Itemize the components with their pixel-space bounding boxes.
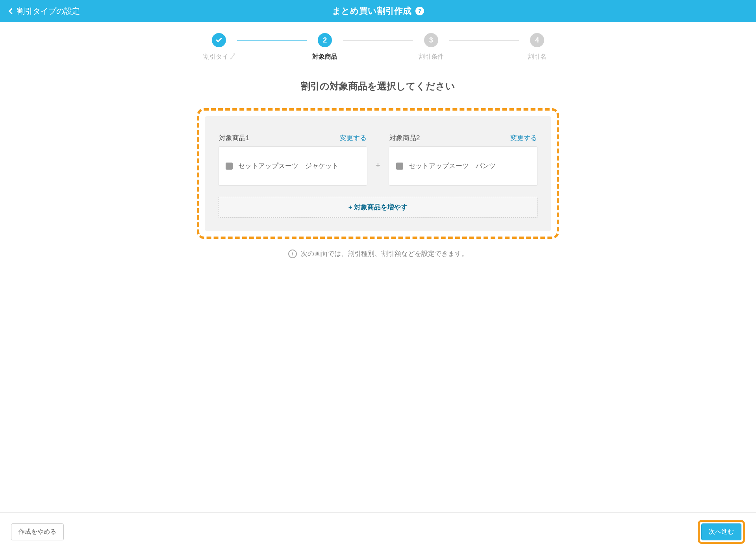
product-card-1[interactable]: セットアップスーツ ジャケット bbox=[218, 146, 367, 186]
step-4-label: 割引名 bbox=[528, 53, 547, 61]
chevron-left-icon bbox=[9, 8, 15, 14]
plus-separator: + bbox=[374, 160, 382, 170]
info-icon: i bbox=[288, 250, 297, 258]
step-2: 2 対象商品 bbox=[307, 33, 343, 61]
product-2-name: セットアップスーツ パンツ bbox=[409, 161, 496, 171]
step-3-circle: 3 bbox=[424, 33, 438, 47]
step-2-circle: 2 bbox=[318, 33, 332, 47]
main-content: 割引タイプ 2 対象商品 3 割引条件 4 割引名 割引の対象商品を選択してくだ… bbox=[0, 22, 756, 512]
app-header: 割引タイプの設定 まとめ買い割引作成 ? bbox=[0, 0, 756, 22]
section-heading: 割引の対象商品を選択してください bbox=[301, 80, 455, 92]
step-1-label: 割引タイプ bbox=[203, 53, 235, 61]
product-thumb-icon bbox=[226, 163, 233, 170]
step-3: 3 割引条件 bbox=[413, 33, 449, 61]
next-button-highlight: 次へ進む bbox=[698, 520, 745, 544]
next-button[interactable]: 次へ進む bbox=[701, 523, 741, 540]
product-slot-2-label: 対象商品2 bbox=[389, 133, 420, 142]
product-slot-1-head: 対象商品1 変更する bbox=[218, 133, 367, 142]
footer-bar: 作成をやめる 次へ進む bbox=[0, 512, 756, 551]
product-slot-2-head: 対象商品2 変更する bbox=[389, 133, 538, 142]
cancel-button[interactable]: 作成をやめる bbox=[11, 523, 64, 540]
back-button[interactable]: 割引タイプの設定 bbox=[9, 6, 80, 17]
info-text: 次の画面では、割引種別、割引額などを設定できます。 bbox=[301, 249, 468, 258]
product-1-name: セットアップスーツ ジャケット bbox=[238, 161, 339, 171]
product-thumb-icon bbox=[396, 163, 403, 170]
step-1: 割引タイプ bbox=[201, 33, 237, 61]
step-line-3 bbox=[449, 40, 519, 41]
step-line-2 bbox=[343, 40, 413, 41]
add-product-button[interactable]: + 対象商品を増やす bbox=[218, 197, 538, 218]
products-panel: 対象商品1 変更する セットアップスーツ ジャケット + 対象商品2 変更する bbox=[205, 116, 551, 231]
product-cards-row: 対象商品1 変更する セットアップスーツ ジャケット + 対象商品2 変更する bbox=[218, 133, 538, 186]
step-1-circle bbox=[212, 33, 226, 47]
product-slot-2: 対象商品2 変更する セットアップスーツ パンツ bbox=[389, 133, 538, 186]
info-line: i 次の画面では、割引種別、割引額などを設定できます。 bbox=[288, 249, 468, 258]
product-slot-1-label: 対象商品1 bbox=[219, 133, 249, 142]
back-label: 割引タイプの設定 bbox=[17, 6, 80, 17]
step-4: 4 割引名 bbox=[519, 33, 555, 61]
step-line-1 bbox=[237, 40, 307, 41]
page-title: まとめ買い割引作成 ? bbox=[332, 5, 424, 17]
product-card-2[interactable]: セットアップスーツ パンツ bbox=[389, 146, 538, 186]
step-3-label: 割引条件 bbox=[419, 53, 444, 61]
highlight-frame: 対象商品1 変更する セットアップスーツ ジャケット + 対象商品2 変更する bbox=[197, 108, 559, 239]
product-slot-1: 対象商品1 変更する セットアップスーツ ジャケット bbox=[218, 133, 367, 186]
product-slot-1-change-button[interactable]: 変更する bbox=[340, 133, 367, 142]
check-icon bbox=[216, 36, 222, 43]
help-icon[interactable]: ? bbox=[415, 7, 424, 15]
step-4-circle: 4 bbox=[530, 33, 544, 47]
title-text: まとめ買い割引作成 bbox=[332, 5, 411, 17]
product-slot-2-change-button[interactable]: 変更する bbox=[510, 133, 537, 142]
stepper: 割引タイプ 2 対象商品 3 割引条件 4 割引名 bbox=[201, 33, 555, 61]
step-2-label: 対象商品 bbox=[312, 53, 337, 61]
